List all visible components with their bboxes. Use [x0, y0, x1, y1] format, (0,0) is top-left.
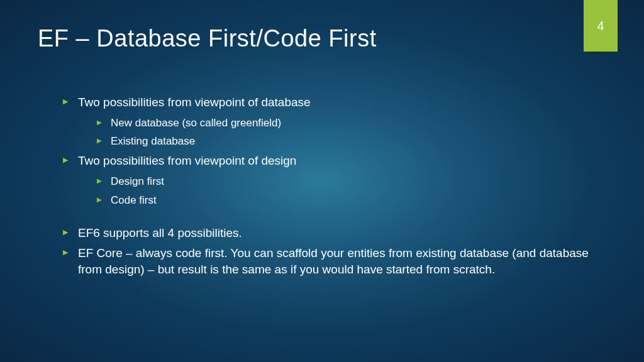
bullet-list-2: EF6 supports all 4 possibilities. EF Cor…	[63, 225, 594, 277]
sub-bullet-text: Design first	[111, 175, 164, 187]
sub-bullet-item: Design first	[97, 174, 594, 189]
slide-content: Two possibilities from viewpoint of data…	[63, 94, 594, 281]
bullet-text: Two possibilities from viewpoint of desi…	[78, 154, 296, 167]
bullet-list-1: Two possibilities from viewpoint of data…	[63, 94, 594, 207]
sub-bullet-item: New database (so called greenfield)	[97, 116, 594, 131]
bullet-text: Two possibilities from viewpoint of data…	[78, 96, 311, 109]
bullet-item: EF6 supports all 4 possibilities.	[63, 225, 594, 241]
bullet-item: Two possibilities from viewpoint of data…	[63, 94, 594, 149]
page-number: 4	[597, 19, 604, 33]
sub-bullet-list: Design first Code first	[97, 174, 594, 208]
bullet-text: EF6 supports all 4 possibilities.	[78, 226, 242, 239]
sub-bullet-text: Existing database	[111, 135, 195, 147]
sub-bullet-text: New database (so called greenfield)	[111, 117, 281, 129]
sub-bullet-item: Code first	[97, 193, 594, 208]
sub-bullet-list: New database (so called greenfield) Exis…	[97, 116, 594, 150]
sub-bullet-item: Existing database	[97, 134, 594, 149]
spacer	[63, 211, 594, 225]
sub-bullet-text: Code first	[111, 194, 157, 206]
bullet-item: Two possibilities from viewpoint of desi…	[63, 153, 594, 207]
slide-title: EF – Database First/Code First	[38, 25, 377, 52]
bullet-item: EF Core – always code first. You can sca…	[63, 245, 594, 277]
bullet-text: EF Core – always code first. You can sca…	[78, 246, 589, 276]
page-number-badge: 4	[584, 0, 618, 52]
